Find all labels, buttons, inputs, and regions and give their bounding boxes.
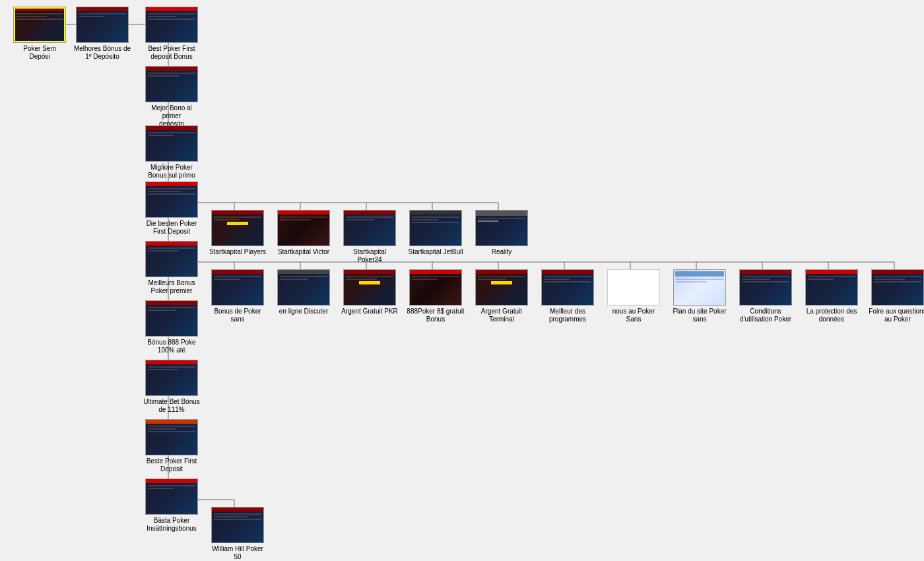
thumb-en-ligne <box>277 269 330 306</box>
node-888poker[interactable]: 888Poker 8$ gratuitBonus <box>406 269 465 323</box>
label-foire: Foire aux questionsau Poker <box>869 308 924 323</box>
thumb-startkapital-poker24 <box>343 210 396 246</box>
label-basta-poker: Bästa PokerInsättningsbonus <box>147 517 197 533</box>
thumb-bonus-poker-sans <box>211 269 264 306</box>
label-die-besten: Die besten PokerFirst Deposit <box>147 220 197 236</box>
node-startkapital-victor[interactable]: Startkapital Victor <box>274 210 333 256</box>
node-foire[interactable]: Foire aux questionsau Poker <box>868 269 924 323</box>
node-meilleur-programmes[interactable]: Meilleur desprogrammes <box>538 269 597 323</box>
label-meilleurs-bonus: Meilleurs BonusPoker premier <box>148 279 195 295</box>
label-en-ligne: en ligne Discuter <box>279 308 328 315</box>
node-bonus-poker-sans[interactable]: Bonus de Pokersans <box>208 269 267 323</box>
node-beste-poker[interactable]: Beste Poker FirstDeposit <box>142 419 201 473</box>
node-poker-sem-deposito[interactable]: Poker SemDepósi <box>10 7 69 61</box>
thumb-die-besten <box>145 182 198 218</box>
thumb-basta-poker <box>145 478 198 515</box>
thumb-beste-poker <box>145 419 198 455</box>
label-bonus-888: Bónus 888 Poke100% até <box>147 339 195 354</box>
node-en-ligne[interactable]: en ligne Discuter <box>274 269 333 315</box>
label-best-poker-first: Best Poker Firstdeposit Bonus <box>148 45 195 61</box>
thumb-william-hill <box>211 507 264 543</box>
label-startkapital-victor: Startkapital Victor <box>278 248 329 256</box>
label-startkapital-players: Startkapital Players <box>209 248 266 256</box>
node-startkapital-jetbull[interactable]: Startkapital JetBull <box>406 210 465 256</box>
thumb-melhores-bonus <box>76 7 129 43</box>
label-argent-pkr: Argent Gratuit PKR <box>341 308 398 315</box>
label-startkapital-jetbull: Startkapital JetBull <box>409 248 463 256</box>
label-migliore-poker: Migliore PokerBonus sul primo <box>148 164 195 180</box>
thumb-argent-terminal <box>475 269 528 306</box>
node-william-hill[interactable]: William Hill Poker 50$ Gratis <box>208 507 267 561</box>
thumb-nous-poker-sans <box>607 269 660 306</box>
label-plan-site: Plan du site Pokersans <box>673 308 726 323</box>
node-best-poker-first[interactable]: Best Poker Firstdeposit Bonus <box>142 7 201 61</box>
thumb-meilleur-programmes <box>541 269 594 306</box>
node-melhores-bonus[interactable]: Melhores Bónus de1º Depósito <box>69 7 135 61</box>
node-ultimate-bet[interactable]: Ultimate Bet Bónusde 111% <box>142 360 201 414</box>
node-basta-poker[interactable]: Bästa PokerInsättningsbonus <box>142 478 201 533</box>
thumb-ultimate-bet <box>145 360 198 396</box>
node-startkapital-poker24[interactable]: Startkapital Poker24 <box>340 210 399 264</box>
thumb-poker-sem-deposito <box>13 7 66 43</box>
thumb-startkapital-victor <box>277 210 330 246</box>
thumb-plan-site <box>673 269 726 306</box>
thumb-foire <box>871 269 924 306</box>
node-reality[interactable]: Reality <box>472 210 531 256</box>
node-nous-poker-sans[interactable]: nous au Poker Sans <box>604 269 663 323</box>
node-meilleurs-bonus[interactable]: Meilleurs BonusPoker premier <box>142 241 201 295</box>
label-protection: La protection desdonnées <box>807 308 857 323</box>
thumb-argent-pkr <box>343 269 396 306</box>
label-meilleur-programmes: Meilleur desprogrammes <box>549 308 586 323</box>
thumb-protection <box>805 269 858 306</box>
label-mejor-bono: Mejor Bono al primerdepósito <box>142 104 201 128</box>
node-argent-terminal[interactable]: Argent GratuitTerminal <box>472 269 531 323</box>
thumb-888poker <box>409 269 462 306</box>
thumb-mejor-bono <box>145 66 198 102</box>
tree-container: Poker SemDepósi Melhores Bónus de1º Depó… <box>0 0 924 561</box>
node-conditions[interactable]: Conditionsd'utilisation Poker <box>736 269 795 323</box>
thumb-meilleurs-bonus <box>145 241 198 277</box>
thumb-best-poker-first <box>145 7 198 43</box>
thumb-reality <box>475 210 528 246</box>
label-beste-poker: Beste Poker FirstDeposit <box>147 457 197 473</box>
node-bonus-888[interactable]: Bónus 888 Poke100% até <box>142 300 201 354</box>
node-plan-site[interactable]: Plan du site Pokersans <box>670 269 729 323</box>
label-melhores-bonus: Melhores Bónus de1º Depósito <box>74 45 131 61</box>
node-argent-pkr[interactable]: Argent Gratuit PKR <box>340 269 399 315</box>
thumb-conditions <box>739 269 792 306</box>
thumb-bonus-888 <box>145 300 198 337</box>
node-protection[interactable]: La protection desdonnées <box>802 269 861 323</box>
thumb-startkapital-players <box>211 210 264 246</box>
node-migliore-poker[interactable]: Migliore PokerBonus sul primo <box>142 125 201 180</box>
node-startkapital-players[interactable]: Startkapital Players <box>208 210 267 256</box>
label-reality: Reality <box>492 248 512 256</box>
label-nous-poker-sans: nous au Poker Sans <box>604 308 663 323</box>
label-poker-sem-deposito: Poker SemDepósi <box>23 45 55 61</box>
label-bonus-poker-sans: Bonus de Pokersans <box>214 308 261 323</box>
label-888poker: 888Poker 8$ gratuitBonus <box>407 308 464 323</box>
node-mejor-bono[interactable]: Mejor Bono al primerdepósito <box>142 66 201 128</box>
thumb-startkapital-jetbull <box>409 210 462 246</box>
label-startkapital-poker24: Startkapital Poker24 <box>340 248 399 264</box>
label-ultimate-bet: Ultimate Bet Bónusde 111% <box>143 398 200 414</box>
node-die-besten[interactable]: Die besten PokerFirst Deposit <box>142 182 201 236</box>
label-conditions: Conditionsd'utilisation Poker <box>740 308 791 323</box>
label-argent-terminal: Argent GratuitTerminal <box>481 308 522 323</box>
thumb-migliore-poker <box>145 125 198 162</box>
label-william-hill: William Hill Poker 50$ Gratis <box>208 545 267 561</box>
